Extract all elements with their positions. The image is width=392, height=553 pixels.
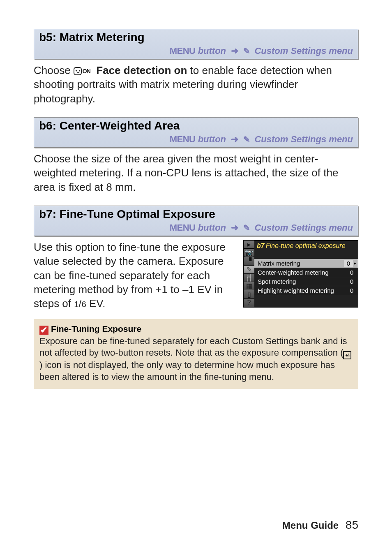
note-heading-text: Fine-Tuning Exposure [51,324,141,333]
note-heading: ✔Fine-Tuning Exposure [39,323,353,335]
b7-body-a: Use this option to fine-tune the exposur… [34,241,226,310]
menu-button-label: MENU [170,222,196,233]
section-path-b5: MENU button ➜ ✎ Custom Settings menu [39,45,353,59]
camera-title: b7Fine-tune optimal exposure [254,241,358,259]
chevron-right-icon: ▸ [354,260,356,266]
button-word: button [198,222,226,233]
camera-side-tabs: ▸ 📷 ▝ ✎ 🍴 ▦ ▯ ? [244,241,254,307]
camera-item-value: 0 [347,278,356,285]
camera-item-label: Center-weighted metering [258,269,329,276]
note-box: ✔Fine-Tuning Exposure Exposure can be fi… [34,319,358,389]
section-header-b7: b7: Fine-Tune Optimal Exposure MENU butt… [34,206,358,236]
cam-side-icon-2: ▝ [244,257,254,265]
camera-item-matrix: Matrix metering 0 ▸ [254,259,358,268]
cam-side-icon-0: ▸ [244,241,254,249]
cam-side-icon-5: ▦ [244,282,254,290]
cam-side-icon-1: 📷 [244,249,254,257]
b5-body-bold: Face detection on [96,64,187,76]
note-body: Exposure can be fine-tuned separately fo… [39,336,353,383]
camera-item-center: Center-weighted metering 0 [254,268,358,277]
section-path-b7: MENU button ➜ ✎ Custom Settings menu [39,222,353,236]
b6-body: Choose the size of the area given the mo… [34,152,358,194]
frac-den: 6 [81,300,86,309]
arrow-icon: ➜ [231,134,238,145]
section-header-b6: b6: Center-Weighted Area MENU button ➜ ✎… [34,117,358,148]
camera-item-highlight: Highlight-weighted metering 0 [254,286,358,295]
menu-button-label: MENU [170,46,196,56]
footer-label: Menu Guide [282,520,339,531]
path-target: Custom Settings menu [254,46,353,56]
exposure-compensation-icon: +/- [343,351,351,359]
b7-body-b: EV. [86,297,106,310]
cam-side-icon-6: ▯ [244,290,254,298]
face-on-icon: ON [74,67,90,75]
frac-num: 1 [74,300,78,309]
path-target: Custom Settings menu [254,134,353,144]
section-title-b7: b7: Fine-Tune Optimal Exposure [39,208,353,222]
camera-item-value: 0 [344,260,353,267]
b5-body-pre: Choose [34,64,74,76]
cam-side-icon-7: ? [244,299,254,307]
arrow-icon: ➜ [231,222,238,233]
section-header-b5: b5: Matrix Metering MENU button ➜ ✎ Cust… [34,29,358,59]
menu-button-label: MENU [170,134,196,144]
camera-title-text: Fine-tune optimal exposure [266,242,346,249]
button-word: button [198,134,226,144]
section-title-b5: b5: Matrix Metering [39,31,353,45]
note-body-a: Exposure can be fine-tuned separately fo… [39,336,347,358]
camera-screenshot: ▸ 📷 ▝ ✎ 🍴 ▦ ▯ ? b7Fine-tune optimal expo… [243,240,358,308]
cam-side-icon-3: ✎ [244,266,254,274]
button-word: button [198,46,226,56]
camera-item-label: Spot metering [258,278,296,285]
camera-item-label: Highlight-weighted metering [258,287,334,294]
arrow-icon: ➜ [231,46,238,56]
pencil-icon: ✎ [243,134,250,144]
b7-body: Use this option to fine-tune the exposur… [34,240,237,311]
camera-item-value: 0 [347,287,356,294]
page-number: 85 [346,518,358,531]
camera-item-value: 0 [347,269,356,276]
path-target: Custom Settings menu [254,222,353,233]
footer: Menu Guide 85 [282,518,358,532]
check-icon: ✔ [39,326,48,335]
camera-title-prefix: b7 [257,242,265,249]
pencil-icon: ✎ [243,46,250,56]
section-path-b6: MENU button ➜ ✎ Custom Settings menu [39,133,353,147]
face-on-label: ON [83,67,90,75]
pencil-icon: ✎ [243,223,250,233]
note-body-b: ) icon is not displayed, the only way to… [39,360,335,382]
section-title-b6: b6: Center-Weighted Area [39,119,353,133]
cam-side-icon-4: 🍴 [244,274,254,282]
camera-item-label: Matrix metering [258,260,300,267]
camera-item-spot: Spot metering 0 [254,277,358,286]
b5-body: Choose ON Face detection on to enable fa… [34,63,358,106]
